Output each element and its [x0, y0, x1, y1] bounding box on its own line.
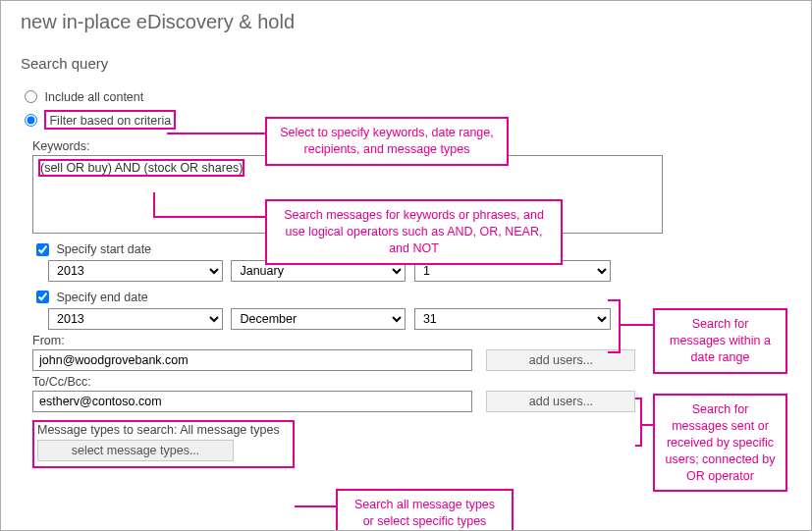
radio-criteria-label: Filter based on criteria — [49, 113, 171, 127]
section-title: Search query — [1, 33, 811, 72]
end-day-select[interactable]: 31 — [414, 308, 611, 330]
end-date-label: Specify end date — [56, 291, 147, 304]
start-date-label: Specify start date — [56, 242, 151, 256]
callout-keywords: Search messages for keywords or phrases,… — [265, 199, 563, 265]
end-month-select[interactable]: December — [231, 308, 406, 330]
message-types-label: Message types to search: All message typ… — [37, 423, 290, 440]
start-date-checkbox[interactable] — [36, 243, 49, 256]
start-year-select[interactable]: 2013 — [48, 260, 223, 282]
tocc-add-users-button[interactable]: add users... — [486, 391, 635, 412]
callout-criteria: Select to specify keywords, date range, … — [265, 117, 509, 166]
callout-types: Search all message types or select speci… — [336, 489, 514, 531]
criteria-highlight: Filter based on criteria — [44, 110, 176, 131]
message-types-wrap: Message types to search: All message typ… — [32, 420, 295, 468]
end-year-select[interactable]: 2013 — [48, 308, 223, 330]
page-title: new in-place eDiscovery & hold — [1, 1, 811, 33]
tocc-input[interactable] — [32, 391, 472, 412]
radio-include-all[interactable] — [25, 90, 37, 103]
from-add-users-button[interactable]: add users... — [486, 349, 635, 371]
radio-row-include[interactable]: Include all content — [1, 72, 811, 104]
radio-include-label: Include all content — [44, 90, 143, 104]
radio-filter-criteria[interactable] — [25, 114, 37, 127]
select-message-types-button[interactable]: select message types... — [37, 440, 234, 461]
callout-dates: Search for messages within a date range — [653, 308, 787, 374]
end-date-row[interactable]: Specify end date — [1, 282, 811, 304]
keywords-value-highlight: (sell OR buy) AND (stock OR shares) — [38, 159, 244, 177]
callout-users: Search for messages sent or received by … — [653, 394, 787, 492]
end-date-checkbox[interactable] — [36, 291, 49, 303]
keywords-value: (sell OR buy) AND (stock OR shares) — [40, 161, 243, 175]
from-input[interactable] — [32, 349, 472, 371]
